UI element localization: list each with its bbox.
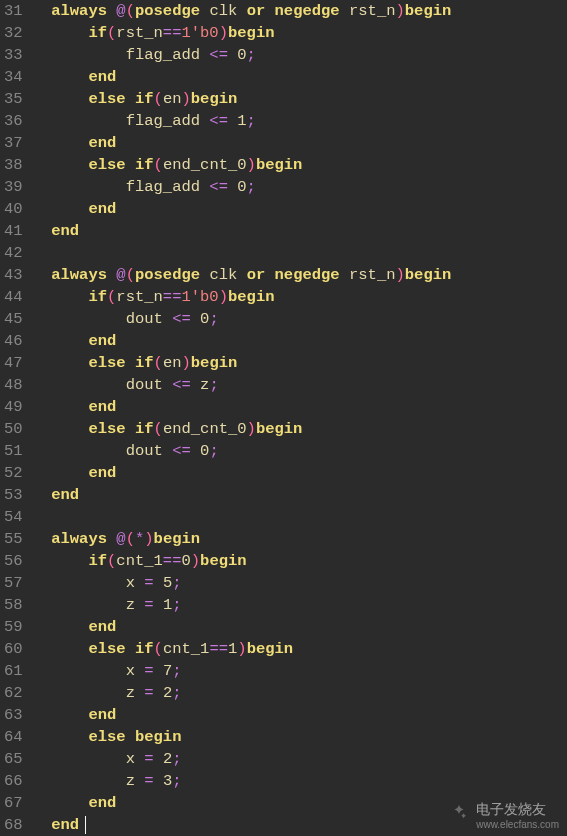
- token-paren: ): [219, 288, 228, 306]
- code-area[interactable]: always @(posedge clk or negedge rst_n)be…: [29, 0, 452, 836]
- token-numlit: 0: [237, 46, 246, 64]
- token-op: ;: [172, 750, 181, 768]
- token-kw: always: [51, 530, 107, 548]
- token-ident: rst_n: [349, 2, 396, 20]
- token-op: ;: [172, 596, 181, 614]
- code-line[interactable]: if(rst_n==1'b0)begin: [33, 22, 452, 44]
- code-line[interactable]: else if(end_cnt_0)begin: [33, 418, 452, 440]
- code-line[interactable]: else begin: [33, 726, 452, 748]
- line-number: 44: [4, 286, 23, 308]
- code-line[interactable]: end: [33, 66, 452, 88]
- code-line[interactable]: end: [33, 132, 452, 154]
- token-paren: ): [396, 2, 405, 20]
- code-line[interactable]: [33, 506, 452, 528]
- code-line[interactable]: x = 7;: [33, 660, 452, 682]
- code-line[interactable]: end: [33, 462, 452, 484]
- code-line[interactable]: flag_add <= 1;: [33, 110, 452, 132]
- token-op: =: [144, 750, 153, 768]
- token-kw: end: [88, 464, 116, 482]
- token-ident: clk: [209, 2, 237, 20]
- code-line[interactable]: end: [33, 814, 452, 836]
- token-numlit: 5: [163, 574, 172, 592]
- code-line[interactable]: end: [33, 198, 452, 220]
- line-number: 47: [4, 352, 23, 374]
- code-line[interactable]: x = 2;: [33, 748, 452, 770]
- line-number: 50: [4, 418, 23, 440]
- token-ident: dout: [126, 442, 163, 460]
- code-line[interactable]: end: [33, 792, 452, 814]
- line-number: 45: [4, 308, 23, 330]
- line-number: 65: [4, 748, 23, 770]
- token-numlit: 7: [163, 662, 172, 680]
- token-num: 1'b0: [181, 24, 218, 42]
- line-number: 41: [4, 220, 23, 242]
- token-paren: (: [126, 266, 135, 284]
- line-number: 39: [4, 176, 23, 198]
- code-line[interactable]: [33, 242, 452, 264]
- code-line[interactable]: end: [33, 330, 452, 352]
- line-number: 60: [4, 638, 23, 660]
- code-line[interactable]: if(rst_n==1'b0)begin: [33, 286, 452, 308]
- token-ident: flag_add: [126, 178, 200, 196]
- token-paren: ): [144, 530, 153, 548]
- token-ident: dout: [126, 376, 163, 394]
- token-cond: if: [135, 640, 154, 658]
- code-line[interactable]: dout <= z;: [33, 374, 452, 396]
- token-kw: begin: [256, 156, 303, 174]
- line-number-gutter: 3132333435363738394041424344454647484950…: [0, 0, 29, 836]
- line-number: 53: [4, 484, 23, 506]
- token-paren: ): [237, 640, 246, 658]
- line-number: 59: [4, 616, 23, 638]
- code-line[interactable]: flag_add <= 0;: [33, 176, 452, 198]
- code-line[interactable]: end: [33, 704, 452, 726]
- code-line[interactable]: end: [33, 220, 452, 242]
- code-line[interactable]: always @(*)begin: [33, 528, 452, 550]
- token-ident: z: [126, 684, 135, 702]
- token-numlit: 0: [200, 310, 209, 328]
- line-number: 54: [4, 506, 23, 528]
- text-cursor: [85, 816, 86, 834]
- token-numlit: 2: [163, 684, 172, 702]
- token-ident: flag_add: [126, 112, 200, 130]
- code-line[interactable]: z = 1;: [33, 594, 452, 616]
- code-line[interactable]: end: [33, 396, 452, 418]
- token-op: ==: [163, 24, 182, 42]
- token-kw: begin: [228, 24, 275, 42]
- code-line[interactable]: z = 3;: [33, 770, 452, 792]
- line-number: 48: [4, 374, 23, 396]
- code-line[interactable]: else if(end_cnt_0)begin: [33, 154, 452, 176]
- token-cond: else: [88, 156, 125, 174]
- token-cond: if: [135, 420, 154, 438]
- code-line[interactable]: dout <= 0;: [33, 440, 452, 462]
- code-line[interactable]: flag_add <= 0;: [33, 44, 452, 66]
- token-kw: end: [88, 618, 116, 636]
- token-op: ;: [209, 376, 218, 394]
- token-kw: begin: [135, 728, 182, 746]
- token-op: ;: [172, 574, 181, 592]
- token-ident: z: [126, 596, 135, 614]
- code-line[interactable]: if(cnt_1==0)begin: [33, 550, 452, 572]
- token-paren: (: [126, 2, 135, 20]
- token-op: ==: [209, 640, 228, 658]
- token-cond: if: [135, 156, 154, 174]
- token-op: =: [144, 574, 153, 592]
- code-line[interactable]: always @(posedge clk or negedge rst_n)be…: [33, 0, 452, 22]
- token-op: ;: [172, 772, 181, 790]
- code-line[interactable]: end: [33, 484, 452, 506]
- token-paren: (: [126, 530, 135, 548]
- token-kw: or: [247, 266, 266, 284]
- code-line[interactable]: dout <= 0;: [33, 308, 452, 330]
- code-line[interactable]: always @(posedge clk or negedge rst_n)be…: [33, 264, 452, 286]
- token-kw: negedge: [275, 2, 340, 20]
- code-line[interactable]: x = 5;: [33, 572, 452, 594]
- token-paren: ): [396, 266, 405, 284]
- code-line[interactable]: else if(en)begin: [33, 88, 452, 110]
- code-line[interactable]: end: [33, 616, 452, 638]
- line-number: 52: [4, 462, 23, 484]
- token-ident: end_cnt_0: [163, 420, 247, 438]
- code-line[interactable]: else if(cnt_1==1)begin: [33, 638, 452, 660]
- line-number: 51: [4, 440, 23, 462]
- token-ident: en: [163, 354, 182, 372]
- code-line[interactable]: else if(en)begin: [33, 352, 452, 374]
- code-line[interactable]: z = 2;: [33, 682, 452, 704]
